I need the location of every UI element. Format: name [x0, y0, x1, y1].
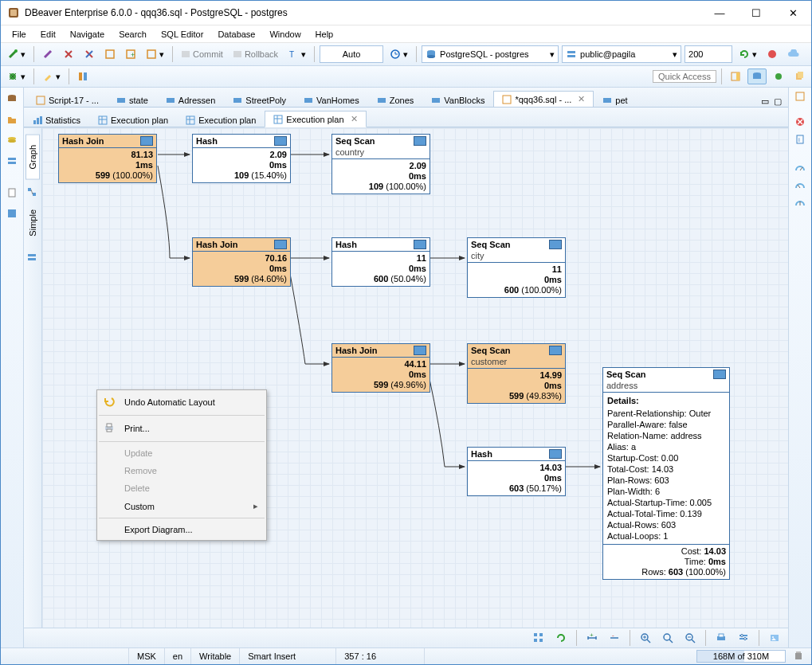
toggle-grid-icon[interactable]	[530, 631, 547, 645]
rs-error-icon[interactable]	[794, 116, 806, 129]
tab-pet[interactable]: pet	[594, 92, 636, 108]
tab-close-icon[interactable]: ✕	[578, 94, 585, 104]
menu-sql-editor[interactable]: SQL Editor	[155, 28, 210, 41]
node-seqscan-address[interactable]: Seq Scan address Details: Parent-Relatio…	[602, 367, 730, 580]
ctx-export-diagram[interactable]: Export Diagram...	[97, 521, 266, 538]
tab-streetpoly[interactable]: StreetPoly	[224, 92, 295, 108]
refresh-icon[interactable]: ▾	[736, 47, 760, 61]
maximize-view-icon[interactable]: ▢	[774, 96, 782, 107]
nav-projects-icon[interactable]	[4, 111, 20, 127]
print-diagram-icon[interactable]	[712, 631, 730, 645]
plan-canvas[interactable]: Hash Join 81.131ms599 (100.00%) Hash 2.0…	[42, 128, 788, 628]
export-image-icon[interactable]	[766, 631, 783, 645]
nav-window-icon[interactable]	[4, 205, 20, 221]
schema-combo[interactable]: public@pagila▾	[562, 45, 681, 63]
minimize-view-icon[interactable]: ▭	[761, 96, 769, 107]
connect-icon[interactable]	[39, 47, 57, 61]
recent-sql-icon[interactable]: ▾	[143, 47, 167, 61]
perspective-open-icon[interactable]	[727, 69, 744, 84]
subtab-close-icon[interactable]: ✕	[351, 114, 358, 124]
new-connection-icon[interactable]: ▾	[4, 47, 29, 61]
rs-info-icon[interactable]: i	[794, 134, 806, 147]
node-seqscan-country[interactable]: Seq Scan country 2.090ms109 (100.00%)	[331, 134, 430, 194]
disconnect-icon[interactable]	[60, 47, 77, 61]
tab-vanblocks[interactable]: VanBlocks	[422, 92, 493, 108]
gc-icon[interactable]	[794, 650, 803, 663]
result-limit-field[interactable]: 200	[685, 45, 732, 63]
status-insert: Smart Insert	[240, 648, 336, 664]
node-hash-2[interactable]: Hash 110ms600 (50.04%)	[331, 237, 430, 287]
menu-database[interactable]: Database	[211, 28, 261, 41]
subtab-execplan-2[interactable]: Execution plan	[177, 112, 265, 127]
node-hashjoin-2[interactable]: Hash Join 70.160ms599 (84.60%)	[192, 237, 291, 287]
commit-button[interactable]: Commit	[178, 48, 226, 61]
fit-height-icon[interactable]: -	[606, 631, 623, 645]
invalidate-icon[interactable]	[80, 47, 98, 61]
ctx-custom[interactable]: Custom▸	[97, 497, 266, 515]
tab-qqq36[interactable]: *qqq36.sql - ...✕	[493, 91, 594, 108]
fit-width-icon[interactable]: +	[583, 631, 601, 645]
sql-editor-new-icon[interactable]: +	[122, 47, 139, 61]
menu-file[interactable]: File	[6, 28, 33, 41]
rs-gauge3-icon[interactable]	[794, 198, 806, 210]
subtab-execplan-1[interactable]: Execution plan	[89, 112, 177, 127]
zoom-reset-icon[interactable]	[659, 631, 677, 645]
toggle-icon[interactable]	[74, 69, 92, 84]
svg-rect-39	[304, 98, 312, 103]
tab-script-17[interactable]: Script-17 - ...	[27, 92, 108, 108]
zoom-out-icon[interactable]	[681, 631, 699, 645]
vtab-graph[interactable]: Graph	[25, 135, 40, 180]
node-hash-3[interactable]: Hash 14.030ms603 (50.17%)	[467, 447, 566, 496]
nav-db-icon[interactable]	[4, 91, 20, 107]
node-hash-1[interactable]: Hash 2.090ms109 (15.40%)	[192, 134, 291, 183]
svg-rect-36	[117, 98, 125, 103]
rs-gauge2-icon[interactable]	[794, 180, 806, 193]
ctx-undo-layout[interactable]: Undo Automatic Layout	[97, 392, 266, 413]
cloud-icon[interactable]	[784, 48, 803, 61]
tx-mode-icon[interactable]: T▾	[284, 47, 309, 61]
refresh-diagram-icon[interactable]	[552, 631, 570, 645]
perspective-db-icon[interactable]	[747, 68, 767, 84]
memory-indicator[interactable]: 168M of 310M	[696, 650, 786, 663]
nav-stack-icon[interactable]	[4, 153, 20, 169]
minimize-button[interactable]: ―	[701, 1, 738, 25]
ctx-print[interactable]: Print...	[97, 418, 266, 439]
settings-icon[interactable]	[735, 631, 752, 645]
nav-coins-icon[interactable]	[4, 132, 20, 148]
maximize-button[interactable]: ☐	[738, 1, 775, 25]
nav-doc-icon[interactable]	[4, 185, 20, 201]
sql-editor-icon[interactable]	[101, 47, 119, 61]
tab-state[interactable]: state	[108, 92, 157, 108]
printer-icon	[104, 422, 115, 433]
node-seqscan-city[interactable]: Seq Scan city 110ms600 (100.00%)	[467, 237, 566, 298]
stop-icon[interactable]	[763, 47, 781, 61]
menu-window[interactable]: Window	[263, 28, 307, 41]
menu-navigate[interactable]: Navigate	[64, 28, 111, 41]
svg-rect-26	[798, 72, 803, 78]
node-hashjoin-3[interactable]: Hash Join 44.110ms599 (49.96%)	[331, 343, 430, 393]
subtab-statistics[interactable]: Statistics	[24, 112, 89, 127]
node-seqscan-customer[interactable]: Seq Scan customer 14.990ms599 (49.83%)	[467, 343, 566, 404]
rs-icon-1[interactable]	[794, 91, 806, 104]
tab-zones[interactable]: Zones	[368, 92, 423, 108]
menu-edit[interactable]: Edit	[34, 28, 62, 41]
tab-adressen[interactable]: Adressen	[157, 92, 224, 108]
menu-search[interactable]: Search	[112, 28, 153, 41]
vtab-simple[interactable]: Simple	[25, 199, 40, 247]
commit-mode-combo[interactable]: Auto	[320, 45, 383, 63]
close-button[interactable]: ✕	[775, 1, 811, 25]
tx-log-icon[interactable]: ▾	[386, 47, 411, 61]
node-hashjoin-1[interactable]: Hash Join 81.131ms599 (100.00%)	[58, 134, 157, 183]
debug-icon[interactable]: ▾	[4, 69, 29, 84]
perspective-debug-icon[interactable]	[770, 69, 787, 84]
quick-access-field[interactable]: Quick Access	[653, 70, 716, 83]
rs-gauge1-icon[interactable]	[794, 162, 806, 175]
rollback-button[interactable]: Rollback	[229, 48, 281, 61]
tab-vanhomes[interactable]: VanHomes	[295, 92, 368, 108]
zoom-in-icon[interactable]	[637, 631, 654, 645]
perspective-copy-icon[interactable]	[790, 69, 808, 84]
menu-help[interactable]: Help	[309, 28, 340, 41]
highlight-icon[interactable]: ▾	[39, 69, 64, 84]
subtab-execplan-active[interactable]: Execution plan✕	[265, 111, 366, 127]
datasource-combo[interactable]: PostgreSQL - postgres▾	[422, 45, 559, 63]
